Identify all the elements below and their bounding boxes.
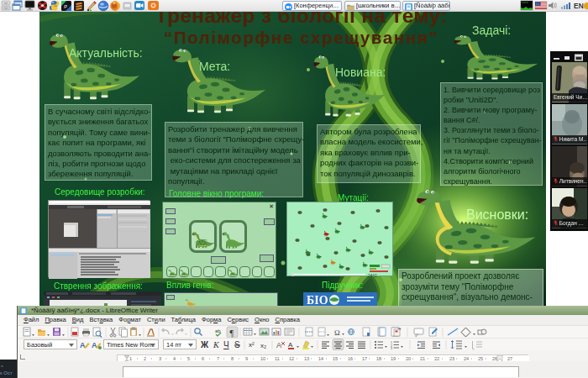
svg-text:x²: x² [249,341,255,349]
svg-text:3: 3 [391,347,392,350]
svg-text:A: A [80,341,86,349]
svg-text:A: A [276,341,281,349]
svg-text:¶: ¶ [230,328,234,338]
svg-text:A: A [288,341,293,349]
svg-text:Ω: Ω [334,328,340,337]
svg-text:x₂: x₂ [260,342,266,349]
svg-text:Ж: Ж [201,340,209,349]
svg-text:A: A [92,341,97,349]
svg-text:24°C: 24°C [368,273,378,277]
svg-text:S: S [234,340,240,349]
svg-text:К: К [213,340,220,349]
svg-text:P: P [64,4,67,9]
svg-text:+: + [472,346,475,351]
svg-text:Ч: Ч [223,340,229,349]
svg-text:EN: EN [574,2,584,10]
